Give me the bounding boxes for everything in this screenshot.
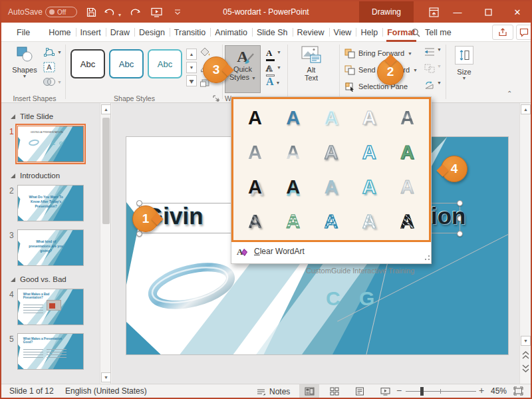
notes-button[interactable]: Notes bbox=[257, 384, 290, 398]
wordart-style-gray-reflection[interactable]: A bbox=[274, 135, 312, 170]
wordart-style-pattern-white-diagonal-outline[interactable]: A bbox=[350, 204, 388, 239]
align-button[interactable]: ▼ bbox=[424, 47, 442, 57]
text-effects-button[interactable]: A ▼ bbox=[266, 77, 281, 86]
language-indicator[interactable]: English (United States) bbox=[65, 386, 147, 396]
slide-thumbnail-4[interactable]: What Makes a Bad Presentation? bbox=[17, 289, 84, 325]
text-box-button[interactable]: A bbox=[43, 62, 55, 72]
shape-style-sample-1[interactable]: Abc bbox=[70, 49, 105, 78]
rotate-button[interactable]: ▼ bbox=[424, 80, 442, 90]
zoom-level[interactable]: 45% bbox=[491, 386, 507, 396]
shape-style-sample-2[interactable]: Abc bbox=[109, 49, 144, 78]
shape-fill-button[interactable] bbox=[200, 47, 211, 57]
tab-home[interactable]: Home bbox=[44, 23, 75, 42]
close-button[interactable]: ✕ bbox=[503, 1, 532, 23]
tab-transitio[interactable]: Transitio bbox=[170, 23, 210, 42]
slideshow-view-button[interactable] bbox=[375, 384, 395, 398]
customize-quick-access-toolbar-button[interactable] bbox=[169, 4, 186, 20]
wordart-style-black-teal-extrude[interactable]: A bbox=[274, 170, 312, 204]
selection-handle[interactable] bbox=[457, 231, 463, 237]
shape-styles-more-button[interactable]: ▬▼ bbox=[186, 75, 197, 86]
edit-shape-caret-icon[interactable]: ▼ bbox=[57, 50, 62, 55]
canvas-scroll-up-button[interactable]: ▲ bbox=[521, 104, 531, 114]
drawing-tab-button[interactable]: Drawing bbox=[359, 1, 414, 23]
text-outline-caret-icon[interactable]: ▼ bbox=[277, 65, 281, 70]
shapes-button[interactable]: Shapes ▼ bbox=[8, 46, 41, 92]
zoom-slider[interactable] bbox=[406, 391, 476, 392]
redo-button[interactable] bbox=[126, 4, 144, 20]
tab-insert[interactable]: Insert bbox=[76, 23, 106, 42]
clear-wordart-menu-item[interactable]: A Clear WordArt bbox=[237, 245, 305, 257]
wordart-style-white-blue-outline[interactable]: A bbox=[350, 135, 388, 170]
zoom-out-button[interactable]: − bbox=[396, 385, 402, 396]
undo-dropdown-caret[interactable]: ▾ bbox=[118, 12, 121, 18]
wordart-style-gradient-gray[interactable]: A bbox=[236, 135, 274, 170]
selection-handle[interactable] bbox=[136, 231, 142, 237]
autosave-toggle[interactable]: Off bbox=[45, 7, 77, 17]
maximize-button[interactable] bbox=[473, 1, 503, 23]
panel-scroll-down-button[interactable]: ▼ bbox=[101, 372, 111, 382]
rotate-caret-icon[interactable]: ▼ bbox=[437, 80, 442, 90]
selection-handle[interactable] bbox=[136, 200, 142, 206]
previous-slide-button[interactable] bbox=[521, 350, 531, 360]
tab-file[interactable]: File bbox=[12, 23, 35, 42]
slide-thumbnail-3[interactable]: What kind of presentations are you givin… bbox=[17, 229, 84, 266]
share-button[interactable] bbox=[492, 25, 513, 40]
collapse-ribbon-button[interactable]: ⌃ bbox=[507, 90, 512, 97]
wordart-style-pattern-green-horizontal[interactable]: A bbox=[274, 204, 312, 239]
normal-view-button[interactable] bbox=[299, 384, 319, 398]
zoom-in-button[interactable]: + bbox=[479, 385, 484, 396]
dropdown-resize-grip[interactable] bbox=[425, 259, 426, 260]
wordart-style-black-offset-shadow[interactable]: A bbox=[236, 170, 274, 204]
tab-review[interactable]: Review bbox=[293, 23, 329, 42]
zoom-slider-thumb[interactable] bbox=[420, 387, 424, 396]
save-button[interactable] bbox=[82, 4, 100, 20]
next-slide-button[interactable] bbox=[521, 364, 531, 373]
canvas-scrollbar[interactable]: ▲ ▼ bbox=[519, 103, 531, 385]
text-fill-caret-icon[interactable]: ▼ bbox=[277, 50, 281, 55]
wordart-style-pattern-dark-diagonal[interactable]: A bbox=[236, 204, 274, 239]
bring-forward-button[interactable]: Bring Forward ▼ bbox=[344, 47, 412, 59]
wordart-style-fill-green-shaded[interactable]: A bbox=[388, 135, 426, 170]
wordart-style-fill-light-teal-outline-shadow[interactable]: A bbox=[312, 100, 350, 135]
wordart-style-steel-blue-shadow[interactable]: A bbox=[312, 170, 350, 204]
wordart-style-white-teal-outline-shadow[interactable]: A bbox=[350, 170, 388, 204]
tab-design[interactable]: Design bbox=[134, 23, 170, 42]
section-header-good-vs-bad[interactable]: Good vs. Bad bbox=[11, 275, 100, 283]
panel-scroll-up-button[interactable]: ▲ bbox=[101, 104, 111, 114]
panel-scrollbar[interactable]: ▲ ▼ bbox=[100, 103, 111, 385]
slide-title-text-right[interactable]: ion bbox=[431, 204, 466, 227]
tell-me-box[interactable]: Tell me bbox=[411, 23, 452, 42]
text-outline-button[interactable]: A ▼ bbox=[266, 62, 281, 76]
align-caret-icon[interactable]: ▼ bbox=[437, 47, 442, 57]
edit-shape-button[interactable] bbox=[43, 47, 56, 58]
size-button[interactable]: Size ▼ bbox=[451, 46, 477, 80]
undo-button[interactable]: ▾ bbox=[101, 4, 118, 20]
send-backward-caret-icon[interactable]: ▼ bbox=[413, 68, 418, 72]
group-button[interactable]: ▼ bbox=[424, 64, 442, 73]
tab-slide-sh[interactable]: Slide Sh bbox=[252, 23, 293, 42]
slide-indicator[interactable]: Slide 1 of 12 bbox=[9, 386, 54, 396]
tab-view[interactable]: View bbox=[329, 23, 356, 42]
bring-forward-caret-icon[interactable]: ▼ bbox=[408, 51, 412, 56]
tab-animatio[interactable]: Animatio bbox=[210, 23, 252, 42]
reading-view-button[interactable] bbox=[350, 384, 370, 398]
wordart-style-fill-white-outline-shadow[interactable]: A bbox=[350, 100, 388, 135]
wordart-style-gradient-gray-dark[interactable]: A bbox=[388, 100, 426, 135]
alt-text-button[interactable]: Alt Text bbox=[293, 46, 330, 92]
panel-scroll-thumb[interactable] bbox=[102, 118, 110, 224]
shape-styles-scroll-up-button[interactable]: ▲ bbox=[186, 49, 197, 60]
minimize-button[interactable]: — bbox=[443, 1, 472, 23]
slide-sorter-view-button[interactable] bbox=[325, 384, 344, 398]
shape-styles-dialog-launcher[interactable] bbox=[213, 95, 219, 102]
section-header-introduction[interactable]: Introduction bbox=[11, 172, 100, 180]
wordart-style-pattern-blue-checker[interactable]: A bbox=[312, 204, 350, 239]
wordart-style-gradient-silver-outline-shadow[interactable]: A bbox=[312, 135, 350, 170]
shape-style-sample-3[interactable]: Abc bbox=[148, 49, 182, 78]
comments-button[interactable] bbox=[516, 25, 532, 40]
fit-slide-to-window-button[interactable] bbox=[513, 386, 523, 396]
wordart-style-fill-blue-shadow[interactable]: A bbox=[274, 100, 312, 135]
tab-draw[interactable]: Draw bbox=[106, 23, 134, 42]
text-effects-caret-icon[interactable]: ▼ bbox=[276, 80, 281, 85]
slide-thumbnail-1[interactable]: GIVING A PRESENTATIONC G bbox=[17, 126, 84, 162]
slide-thumbnail-5[interactable]: What Makes a Presentation Good? bbox=[17, 333, 84, 370]
